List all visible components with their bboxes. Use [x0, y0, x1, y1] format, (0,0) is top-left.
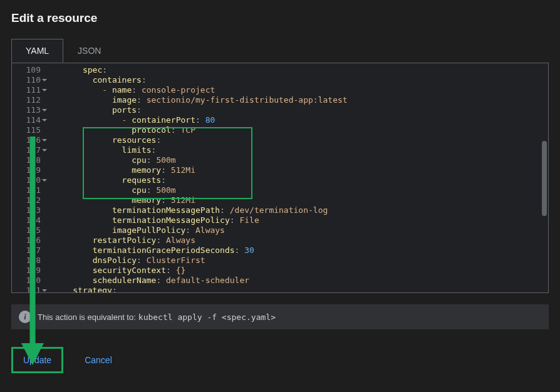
line-number: 120 — [12, 175, 42, 185]
code-line[interactable]: - containerPort: 80 — [53, 115, 348, 125]
code-line[interactable]: cpu: 500m — [53, 155, 348, 165]
line-number: 115 — [12, 125, 42, 135]
line-number: 118 — [12, 155, 42, 165]
line-number: 111 — [12, 85, 42, 95]
edit-resource-dialog: Edit a resource YAML JSON 10911011111211… — [0, 0, 560, 392]
line-number: 110 — [12, 75, 42, 85]
line-number: 114 — [12, 115, 42, 125]
line-number: 126 — [12, 235, 42, 245]
code-line[interactable]: cpu: 500m — [53, 185, 348, 195]
line-number: 129 — [12, 266, 42, 276]
code-line[interactable]: containers: — [53, 75, 348, 85]
tab-json[interactable]: JSON — [63, 39, 115, 63]
line-number: 113 — [12, 105, 42, 115]
code-line[interactable]: - name: console-project — [53, 85, 348, 95]
code-line[interactable]: protocol: TCP — [53, 125, 348, 135]
code-line[interactable]: ports: — [53, 105, 348, 115]
code-line[interactable]: resources: — [53, 135, 348, 145]
editor-scrollbar-thumb[interactable] — [542, 141, 547, 216]
info-bar: i This action is equivalent to: kubectl … — [11, 304, 549, 329]
code-line[interactable]: memory: 512Mi — [53, 195, 348, 205]
line-number: 117 — [12, 145, 42, 155]
line-number: 131 — [12, 286, 42, 293]
code-content[interactable]: spec: containers: - name: console-projec… — [42, 63, 348, 292]
info-text: This action is equivalent to: — [38, 312, 136, 322]
code-line[interactable]: terminationMessagePath: /dev/termination… — [53, 205, 348, 215]
line-number: 124 — [12, 215, 42, 225]
tab-yaml[interactable]: YAML — [11, 39, 63, 63]
code-line[interactable]: strategy: — [53, 286, 348, 293]
line-number: 130 — [12, 276, 42, 286]
code-line[interactable]: image: sectionio/my-first-distributed-ap… — [53, 95, 348, 105]
line-number: 109 — [12, 65, 42, 75]
line-number: 122 — [12, 195, 42, 205]
code-line[interactable]: securityContext: {} — [53, 266, 348, 276]
code-editor[interactable]: 1091101111121131141151161171181191201211… — [11, 63, 549, 293]
code-line[interactable]: imagePullPolicy: Always — [53, 225, 348, 235]
info-icon: i — [19, 311, 31, 323]
dialog-actions: Update Cancel — [11, 347, 549, 373]
line-number: 119 — [12, 165, 42, 175]
format-tabs: YAML JSON — [11, 39, 549, 63]
line-number-gutter: 1091101111121131141151161171181191201211… — [12, 63, 42, 292]
code-line[interactable]: terminationGracePeriodSeconds: 30 — [53, 245, 348, 255]
code-line[interactable]: dnsPolicy: ClusterFirst — [53, 255, 348, 266]
line-number: 123 — [12, 205, 42, 215]
line-number: 116 — [12, 135, 42, 145]
line-number: 128 — [12, 255, 42, 266]
cancel-button[interactable]: Cancel — [82, 349, 115, 371]
line-number: 121 — [12, 185, 42, 195]
code-line[interactable]: terminationMessagePolicy: File — [53, 215, 348, 225]
line-number: 125 — [12, 225, 42, 235]
code-line[interactable]: schedulerName: default-scheduler — [53, 276, 348, 286]
update-button[interactable]: Update — [13, 349, 61, 371]
code-line[interactable]: requests: — [53, 175, 348, 185]
dialog-title: Edit a resource — [11, 11, 549, 25]
line-number: 112 — [12, 95, 42, 105]
annotation-highlight-update: Update — [11, 347, 63, 373]
line-number: 127 — [12, 245, 42, 255]
code-line[interactable]: restartPolicy: Always — [53, 235, 348, 245]
info-command: kubectl apply -f <spec.yaml> — [138, 312, 276, 322]
code-line[interactable]: spec: — [53, 65, 348, 75]
code-line[interactable]: memory: 512Mi — [53, 165, 348, 175]
code-line[interactable]: limits: — [53, 145, 348, 155]
